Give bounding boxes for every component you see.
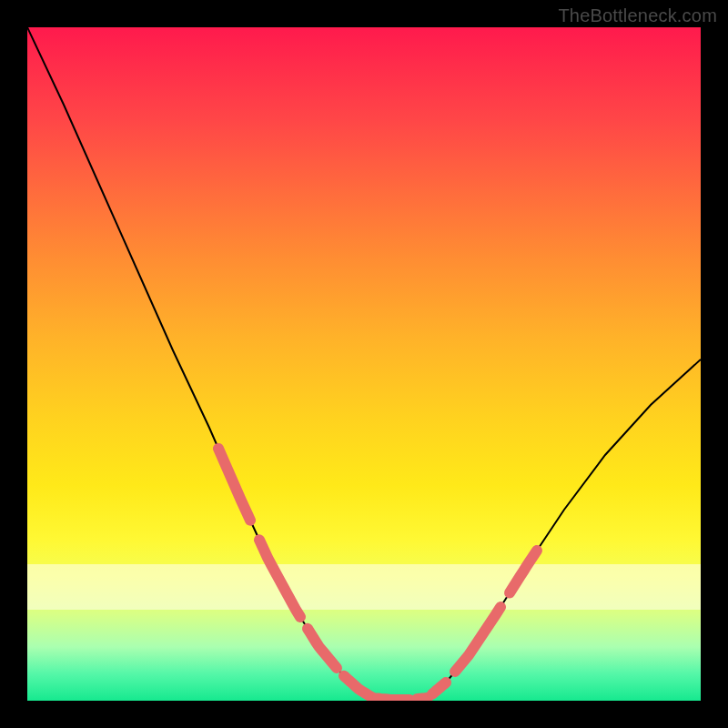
curve-layer xyxy=(27,27,701,701)
highlight-seg-6 xyxy=(432,682,446,694)
highlight-seg-5 xyxy=(417,698,428,699)
highlight-seg-7 xyxy=(455,607,500,672)
highlight-seg-1 xyxy=(259,540,300,617)
highlight-segments xyxy=(218,449,537,700)
curve-left-curve xyxy=(27,27,373,698)
highlight-seg-8 xyxy=(510,551,537,592)
highlight-seg-0 xyxy=(218,449,250,521)
highlight-seg-4 xyxy=(378,699,410,701)
highlight-seg-2 xyxy=(308,629,337,668)
watermark-text: TheBottleneck.com xyxy=(558,5,717,26)
highlight-seg-3 xyxy=(344,676,373,698)
chart-frame: TheBottleneck.com xyxy=(0,0,728,728)
plot-area xyxy=(27,27,701,701)
curve-lines xyxy=(27,27,701,700)
